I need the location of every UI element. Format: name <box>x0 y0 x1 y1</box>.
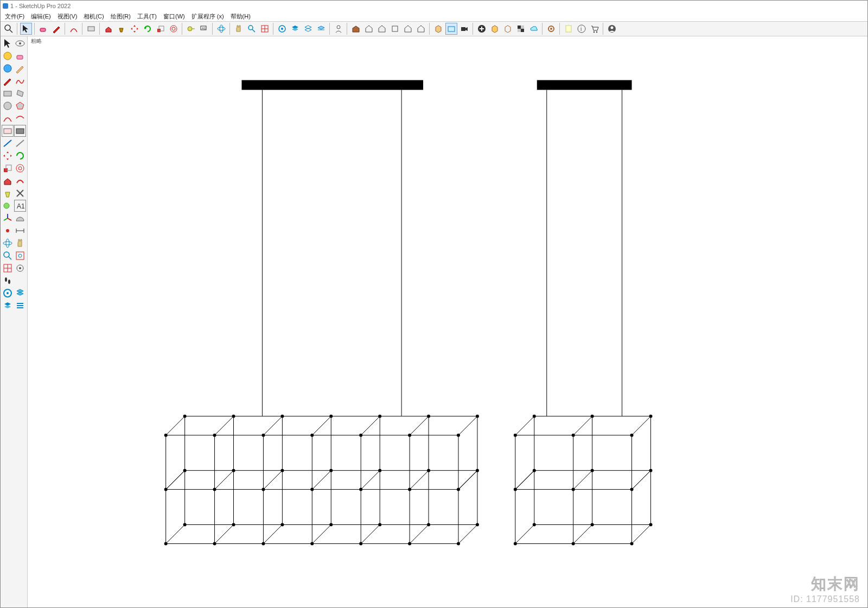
search-icon[interactable] <box>3 23 15 35</box>
settings-icon[interactable] <box>545 23 557 35</box>
zoom-extents-tool-icon[interactable] <box>2 262 14 274</box>
cloud-icon[interactable] <box>528 23 540 35</box>
user-icon[interactable] <box>606 23 618 35</box>
dimension-icon[interactable] <box>14 225 26 237</box>
box-icon[interactable] <box>432 23 444 35</box>
pan-hand-icon[interactable] <box>14 237 26 249</box>
record-icon[interactable] <box>458 23 470 35</box>
cube-alt-icon[interactable] <box>502 23 514 35</box>
eye-target-icon[interactable] <box>14 262 26 274</box>
offset-icon[interactable] <box>168 23 180 35</box>
components-icon[interactable] <box>302 23 314 35</box>
lines-icon[interactable] <box>14 300 26 312</box>
rotate-green-icon[interactable] <box>14 150 26 162</box>
section-icon[interactable] <box>315 23 327 35</box>
house-front-icon[interactable] <box>376 23 388 35</box>
freehand-icon[interactable] <box>14 75 26 87</box>
orbit-tool-icon[interactable] <box>2 237 14 249</box>
eraser-icon[interactable] <box>14 50 26 62</box>
svg-point-114 <box>164 434 168 437</box>
menu-extensions[interactable]: 扩展程序 (x) <box>188 11 227 22</box>
scale-icon[interactable] <box>155 23 167 35</box>
svg-point-35 <box>596 31 597 33</box>
rectangle-filled-icon[interactable] <box>14 125 26 137</box>
pencil-icon[interactable] <box>50 23 62 35</box>
zoom-magnify-icon[interactable] <box>2 250 14 262</box>
house-top-icon[interactable] <box>389 23 401 35</box>
tools-cross-icon[interactable] <box>14 187 26 199</box>
followme-icon[interactable] <box>14 175 26 187</box>
line-gray-icon[interactable] <box>14 137 26 149</box>
menu-camera[interactable]: 相机(C) <box>80 11 107 22</box>
menu-window[interactable]: 窗口(W) <box>160 11 188 22</box>
capture-icon[interactable] <box>445 23 457 35</box>
add-icon[interactable] <box>476 23 488 35</box>
styles-icon[interactable] <box>14 287 26 299</box>
svg-line-104 <box>312 471 331 490</box>
house-back-icon[interactable] <box>415 23 427 35</box>
svg-point-145 <box>310 542 314 545</box>
rectangle-3d-icon[interactable] <box>2 125 14 137</box>
eraser-icon[interactable] <box>37 23 49 35</box>
document-icon[interactable] <box>563 23 575 35</box>
svg-rect-26 <box>521 29 524 32</box>
cart-icon[interactable] <box>589 23 601 35</box>
checker-icon[interactable] <box>515 23 527 35</box>
zoom-window-icon[interactable] <box>14 250 26 262</box>
orbit-icon[interactable] <box>215 23 227 35</box>
home-icon[interactable] <box>363 23 375 35</box>
zoom-icon[interactable] <box>246 23 258 35</box>
footprints-icon[interactable] <box>2 275 14 287</box>
zoom-extents-icon[interactable] <box>259 23 271 35</box>
rectangle-rotated-icon[interactable] <box>14 87 26 99</box>
tape-green-icon[interactable] <box>2 200 14 212</box>
menu-view[interactable]: 视图(V) <box>54 11 81 22</box>
house-side-icon[interactable] <box>402 23 414 35</box>
menu-edit[interactable]: 编辑(E) <box>28 11 54 22</box>
viewport[interactable]: 粗略 <box>28 36 867 608</box>
rotate-icon[interactable] <box>142 23 154 35</box>
scale-tool-icon[interactable] <box>2 162 14 174</box>
offset-tool-icon[interactable] <box>14 162 26 174</box>
outliner-icon[interactable] <box>276 23 288 35</box>
line-blue-icon[interactable] <box>2 137 14 149</box>
warehouse-icon[interactable] <box>350 23 362 35</box>
move-icon[interactable] <box>129 23 141 35</box>
text-a-icon[interactable]: A1 <box>14 200 26 212</box>
sphere-yellow-icon[interactable] <box>2 50 14 62</box>
sphere-blue-icon[interactable] <box>2 62 14 74</box>
move-red-icon[interactable] <box>2 150 14 162</box>
pushpull-icon[interactable] <box>103 23 114 35</box>
arc2-icon[interactable] <box>14 112 26 124</box>
text-label-icon[interactable]: A1 <box>198 23 210 35</box>
protractor-icon[interactable] <box>14 212 26 224</box>
pencil-red-icon[interactable] <box>2 75 14 87</box>
pushpull-red-icon[interactable] <box>2 175 14 187</box>
layers-icon[interactable] <box>289 23 301 35</box>
cube-icon[interactable] <box>489 23 501 35</box>
pan-icon[interactable] <box>233 23 245 35</box>
arc-icon[interactable] <box>2 112 14 124</box>
arc-icon[interactable] <box>68 23 80 35</box>
paintbucket-icon[interactable] <box>116 23 127 35</box>
axis-icon[interactable] <box>2 212 14 224</box>
select-arrow-icon[interactable] <box>20 23 32 35</box>
info-icon[interactable]: i <box>576 23 588 35</box>
dot-red-icon[interactable] <box>2 225 14 237</box>
cursor-icon[interactable] <box>2 37 14 49</box>
person-icon[interactable] <box>333 23 344 35</box>
paintbucket-tool-icon[interactable] <box>2 187 14 199</box>
outliner-blue-icon[interactable] <box>2 287 14 299</box>
eye-icon[interactable] <box>14 37 26 49</box>
tape-icon[interactable] <box>185 23 197 35</box>
menu-file[interactable]: 文件(F) <box>2 11 28 22</box>
menu-help[interactable]: 帮助(H) <box>227 11 254 22</box>
pencil-icon[interactable] <box>14 62 26 74</box>
menu-tools[interactable]: 工具(T) <box>134 11 160 22</box>
polygon-icon[interactable] <box>14 100 26 112</box>
circle-icon[interactable] <box>2 100 14 112</box>
rectangle-icon[interactable] <box>2 87 14 99</box>
menu-draw[interactable]: 绘图(R) <box>107 11 134 22</box>
layers-blue-icon[interactable] <box>2 300 14 312</box>
rectangle-icon[interactable] <box>85 23 97 35</box>
